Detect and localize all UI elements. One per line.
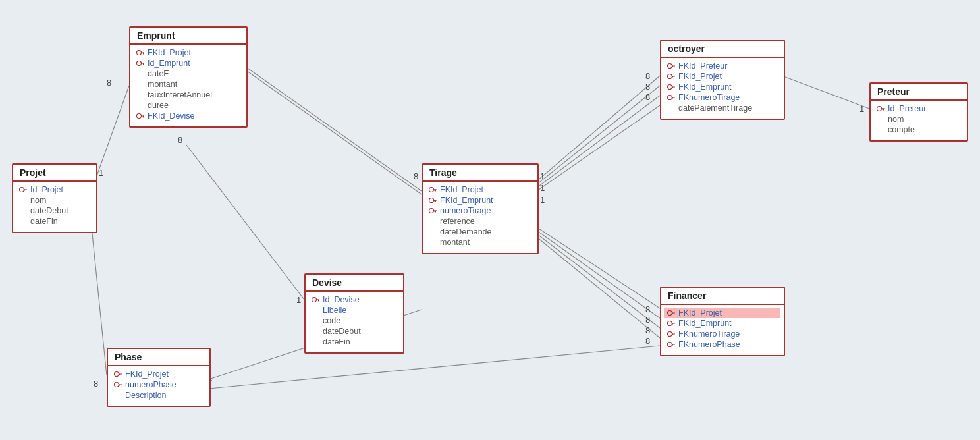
svg-point-40 <box>429 209 434 213</box>
field-code: code <box>311 316 396 326</box>
field-dateFin-projet: dateFin <box>18 216 90 227</box>
svg-line-1 <box>244 66 422 191</box>
label-8d: 8 <box>645 82 650 92</box>
svg-line-15 <box>209 346 660 389</box>
svg-rect-58 <box>674 66 674 68</box>
fk-icon-7 <box>667 72 676 80</box>
svg-rect-54 <box>121 385 121 387</box>
svg-line-8 <box>186 145 304 300</box>
svg-rect-61 <box>672 76 675 77</box>
svg-rect-70 <box>674 97 674 99</box>
svg-line-2 <box>244 69 422 194</box>
entity-projet-header: Projet <box>13 165 96 182</box>
field-montant-emprunt: montant <box>136 79 240 90</box>
label-8b: 8 <box>414 171 418 181</box>
fk-icon-1 <box>136 49 145 57</box>
svg-rect-26 <box>143 63 144 65</box>
field-libelle: Libelle <box>311 305 396 316</box>
fk-icon-5 <box>113 370 122 378</box>
svg-rect-55 <box>119 385 120 386</box>
entity-projet: Projet Id_Projet nom dateDebut dateFin <box>12 163 97 233</box>
field-dateDemande: dateDemande <box>428 227 531 237</box>
label-8i: 8 <box>645 315 650 325</box>
svg-line-12 <box>537 237 660 338</box>
fk-icon-11 <box>667 319 676 327</box>
svg-rect-89 <box>672 344 675 345</box>
label-8k: 8 <box>645 336 650 346</box>
entity-octroyer-fields: FKId_Preteur FKId_Projet FKId_Emprunt FK… <box>661 58 784 119</box>
field-reference: reference <box>428 216 531 227</box>
label-1d: 1 <box>540 183 545 193</box>
svg-rect-62 <box>674 76 674 78</box>
pk-icon <box>18 186 28 194</box>
fk-icon-3 <box>428 186 437 194</box>
svg-rect-91 <box>672 344 673 346</box>
field-id-devise: Id_Devise <box>311 294 396 305</box>
svg-rect-38 <box>435 200 436 202</box>
field-fkid-projet-octroyer: FKId_Projet <box>667 71 777 82</box>
field-fkid-projet-emprunt: FKId_Projet <box>136 47 240 58</box>
label-8a: 8 <box>107 78 111 88</box>
entity-devise-fields: Id_Devise Libelle code dateDebut dateFin <box>306 292 403 352</box>
field-fkid-emprunt-octroyer: FKId_Emprunt <box>667 82 777 92</box>
field-dateDebut-projet: dateDebut <box>18 206 90 216</box>
svg-line-10 <box>537 231 660 318</box>
entity-financer-header: Financer <box>661 288 784 305</box>
svg-rect-57 <box>672 66 675 67</box>
svg-line-5 <box>537 96 660 188</box>
svg-point-72 <box>877 107 882 111</box>
svg-rect-45 <box>316 300 319 300</box>
entity-devise-header: Devise <box>306 275 403 292</box>
svg-point-52 <box>115 383 119 387</box>
entity-devise: Devise Id_Devise Libelle code dateDebut … <box>304 273 404 354</box>
field-dateE: dateE <box>136 69 240 79</box>
field-compte: compte <box>876 124 960 135</box>
label-1f: 1 <box>859 104 864 114</box>
field-fkid-emprunt-tirage: FKId_Emprunt <box>428 195 531 206</box>
entity-emprunt: Emprunt FKId_Projet Id_Emprunt dateE mon… <box>129 26 248 128</box>
pk-icon-3 <box>428 207 437 215</box>
svg-rect-18 <box>26 190 26 192</box>
svg-rect-87 <box>672 334 673 335</box>
svg-rect-66 <box>674 87 674 89</box>
svg-point-64 <box>668 85 672 90</box>
field-fkid-projet-financer: FKId_Projet <box>664 308 780 318</box>
svg-rect-37 <box>433 200 437 201</box>
svg-rect-29 <box>141 116 144 117</box>
svg-point-84 <box>668 332 672 337</box>
svg-rect-86 <box>674 334 674 336</box>
svg-line-11 <box>537 234 660 328</box>
svg-rect-65 <box>672 87 675 88</box>
svg-rect-75 <box>882 109 883 110</box>
svg-point-80 <box>668 321 672 326</box>
fk-icon-4 <box>428 196 437 204</box>
svg-point-44 <box>312 298 317 302</box>
entity-phase-fields: FKId_Projet numeroPhase Description <box>108 366 209 406</box>
svg-rect-23 <box>142 53 142 54</box>
svg-rect-46 <box>318 300 319 302</box>
fk-icon-8 <box>667 83 676 91</box>
label-1c: 1 <box>540 171 545 181</box>
entity-tirage-header: Tirage <box>423 165 537 182</box>
pk-icon-2 <box>136 59 145 67</box>
field-dateDebut-devise: dateDebut <box>311 326 396 337</box>
field-fkid-emprunt-financer: FKId_Emprunt <box>667 318 777 329</box>
entity-octroyer-header: octroyer <box>661 41 784 58</box>
svg-rect-77 <box>672 313 675 314</box>
field-fknumeroTirage-financer: FKnumeroTirage <box>667 329 777 339</box>
svg-line-4 <box>537 86 660 184</box>
entity-preteur-header: Preteur <box>871 84 967 101</box>
entity-financer: Financer FKId_Projet FKId_Emprunt FKnume… <box>660 287 785 356</box>
field-fknumeroTirage-octroyer: FKnumeroTirage <box>667 92 777 103</box>
label-8l: 8 <box>94 379 98 389</box>
fk-icon-6 <box>667 62 676 70</box>
entity-phase: Phase FKId_Projet numeroPhase Descriptio… <box>107 348 211 407</box>
svg-rect-35 <box>434 190 435 191</box>
field-fkid-projet-tirage: FKId_Projet <box>428 184 531 195</box>
field-montant-tirage: montant <box>428 237 531 248</box>
svg-point-48 <box>115 372 119 377</box>
svg-point-60 <box>668 74 672 79</box>
field-numeroPhase: numeroPhase <box>113 379 203 390</box>
pk-icon-6 <box>876 105 885 113</box>
svg-rect-25 <box>141 63 144 64</box>
